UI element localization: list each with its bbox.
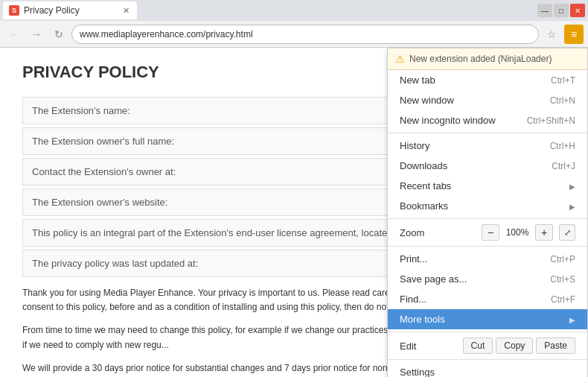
edit-row: Edit Cut Copy Paste (388, 335, 587, 357)
tab-favicon: S (9, 5, 19, 16)
address-bar[interactable]: www.mediaplayerenhance.com/privacy.html (71, 25, 539, 44)
tab-label: Privacy Policy (24, 5, 80, 16)
zoom-controls: − 100% + ⤢ (482, 224, 575, 241)
zoom-in-button[interactable]: + (535, 224, 553, 241)
menu-item-bookmarks[interactable]: Bookmarks (388, 196, 587, 216)
browser-tab[interactable]: S Privacy Policy ✕ (3, 1, 137, 19)
copy-button[interactable]: Copy (496, 338, 533, 354)
menu-label-history: History (400, 140, 429, 151)
menu-item-recent-tabs[interactable]: Recent tabs (388, 176, 587, 196)
refresh-button[interactable]: ↻ (49, 25, 68, 44)
arrow-more-tools (569, 314, 575, 325)
menu-label-bookmarks: Bookmarks (400, 200, 448, 212)
arrow-recent-tabs (569, 180, 575, 191)
notification-icon: ⚠ (395, 53, 405, 65)
menu-label-settings: Settings (400, 367, 435, 377)
separator-4 (388, 332, 587, 332)
menu-item-new-tab[interactable]: New tab Ctrl+T (388, 70, 587, 90)
edit-buttons: Cut Copy Paste (463, 338, 575, 354)
menu-shortcut-downloads: Ctrl+J (552, 161, 575, 171)
menu-shortcut-history: Ctrl+H (550, 141, 575, 151)
chrome-menu-button[interactable]: ≡ (564, 25, 584, 44)
menu-item-more-tools[interactable]: More tools (388, 309, 587, 329)
menu-label-save-page: Save page as... (400, 273, 467, 285)
paste-button[interactable]: Paste (536, 338, 575, 354)
arrow-bookmarks (569, 200, 575, 212)
zoom-row: Zoom − 100% + ⤢ (388, 221, 587, 244)
menu-shortcut-find: Ctrl+F (551, 294, 575, 305)
menu-label-new-incognito: New incognito window (400, 115, 496, 126)
separator-2 (388, 218, 587, 219)
menu-label-more-tools: More tools (400, 314, 445, 325)
menu-item-downloads[interactable]: Downloads Ctrl+J (388, 156, 587, 176)
url-text: www.mediaplayerenhance.com/privacy.html (80, 29, 253, 39)
menu-item-new-incognito[interactable]: New incognito window Ctrl+Shift+N (388, 110, 587, 130)
menu-item-print[interactable]: Print... Ctrl+P (388, 249, 587, 269)
bookmark-star-icon[interactable]: ☆ (542, 25, 561, 44)
menu-shortcut-new-incognito: Ctrl+Shift+N (527, 115, 575, 126)
menu-label-downloads: Downloads (400, 160, 447, 171)
notification-bar: ⚠ New extension added (NinjaLoader) (388, 48, 587, 70)
separator-3 (388, 246, 587, 247)
zoom-out-button[interactable]: − (482, 224, 499, 241)
menu-shortcut-new-window: Ctrl+N (550, 95, 575, 106)
page-content: PRIVACY POLICY The Extension's name: The… (0, 48, 588, 377)
notification-text: New extension added (NinjaLoader) (409, 54, 552, 64)
menu-shortcut-print: Ctrl+P (550, 254, 575, 264)
menu-label-print: Print... (400, 253, 428, 264)
menu-label-new-window: New window (400, 95, 454, 106)
fullscreen-button[interactable]: ⤢ (559, 224, 575, 241)
menu-label-recent-tabs: Recent tabs (400, 180, 451, 191)
zoom-percent: 100% (502, 227, 532, 238)
browser-frame: S Privacy Policy ✕ — □ ✕ ← → ↻ www.media… (0, 0, 588, 377)
menu-item-find[interactable]: Find... Ctrl+F (388, 289, 587, 309)
menu-item-history[interactable]: History Ctrl+H (388, 136, 587, 156)
menu-item-save-page[interactable]: Save page as... Ctrl+S (388, 269, 587, 289)
maximize-button[interactable]: □ (554, 4, 569, 17)
menu-label-new-tab: New tab (400, 75, 435, 86)
forward-button[interactable]: → (27, 25, 46, 44)
menu-item-settings[interactable]: Settings (388, 362, 587, 377)
minimize-button[interactable]: — (537, 4, 552, 17)
edit-label: Edit (400, 340, 463, 352)
zoom-label: Zoom (400, 227, 482, 238)
close-button[interactable]: ✕ (570, 4, 585, 17)
separator-5 (388, 359, 587, 360)
cut-button[interactable]: Cut (463, 338, 493, 354)
menu-item-new-window[interactable]: New window Ctrl+N (388, 90, 587, 110)
tab-close-button[interactable]: ✕ (121, 5, 131, 16)
window-controls: — □ ✕ (537, 4, 585, 17)
menu-shortcut-new-tab: Ctrl+T (551, 75, 575, 86)
menu-label-find: Find... (400, 294, 426, 305)
menu-shortcut-save-page: Ctrl+S (550, 274, 575, 285)
chrome-dropdown-menu: ⚠ New extension added (NinjaLoader) New … (387, 48, 588, 377)
nav-bar: ← → ↻ www.mediaplayerenhance.com/privacy… (0, 21, 588, 48)
separator-1 (388, 133, 587, 133)
title-bar: S Privacy Policy ✕ — □ ✕ (0, 0, 588, 21)
back-button[interactable]: ← (4, 25, 24, 44)
